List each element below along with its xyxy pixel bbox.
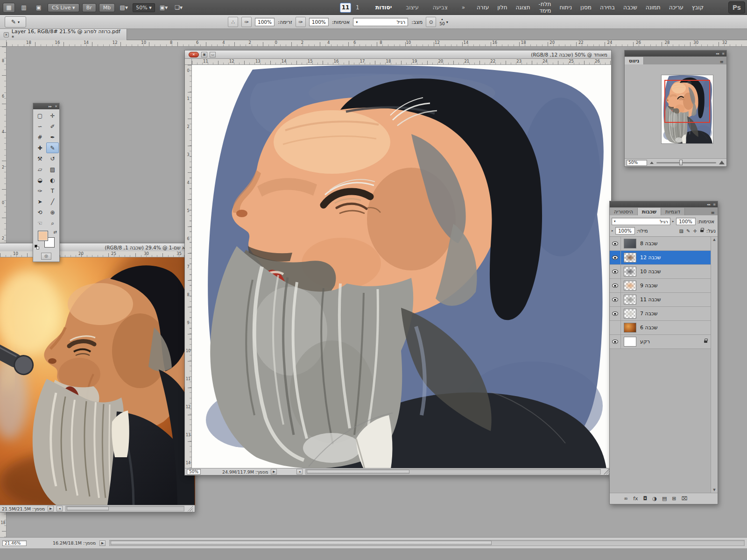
lock-option-icon[interactable]: ✛ — [692, 228, 697, 234]
reference-document-window[interactable]: ללא שם-1 @ 29.4% (שכבה 1, RGB/8) 1015202… — [0, 243, 195, 512]
layer-visibility-toggle[interactable] — [610, 251, 621, 265]
brush-picker[interactable]: • 50 ▾ — [439, 16, 457, 28]
scroll-left-icon[interactable]: ◂ — [56, 506, 63, 511]
new-layer-icon[interactable]: ⊞ — [672, 496, 676, 502]
collapse-panel-icon[interactable]: ◂◂ — [707, 203, 710, 206]
panel-tab[interactable]: שכבות — [638, 208, 661, 215]
panel-tab[interactable]: דוגמיות — [661, 208, 685, 215]
fill-spinner-icon[interactable]: ▸ — [612, 229, 613, 233]
arrange-windows-icon[interactable]: ▣ — [33, 3, 45, 13]
toolbar-badge-11[interactable]: 11 — [340, 3, 351, 13]
menu-item[interactable]: שכבה — [619, 0, 641, 15]
eraser-tool[interactable]: ▱ — [34, 164, 46, 175]
reference-photo[interactable] — [0, 257, 195, 505]
layer-thumbnail[interactable] — [624, 323, 636, 333]
tools-palette-header[interactable]: ▸▸ ✕ — [33, 103, 59, 109]
layer-visibility-toggle[interactable] — [610, 335, 621, 349]
delete-layer-icon[interactable]: ⌧ — [682, 496, 688, 502]
layers-scrollbar[interactable]: ▲ ▼ — [711, 237, 718, 493]
panel-menu-icon[interactable]: ≡ — [717, 59, 726, 64]
layer-visibility-toggle[interactable] — [610, 293, 621, 307]
close-tab-icon[interactable]: ✕ — [4, 32, 9, 37]
history-brush-tool[interactable]: ↺ — [46, 153, 59, 164]
menu-item[interactable]: תמונה — [641, 0, 665, 15]
airbrush-toggle-icon[interactable]: ∴ — [228, 17, 238, 27]
workspace-button[interactable]: צביעה — [431, 4, 450, 11]
menu-item[interactable]: עריכה — [665, 0, 688, 15]
path-selection-tool[interactable]: ➤ — [34, 196, 46, 207]
menu-item[interactable]: ניתוח — [555, 0, 576, 15]
canvas-hscrollbar[interactable] — [305, 469, 601, 475]
panel-menu-icon[interactable]: ≡ — [722, 52, 725, 56]
panel-menu-icon[interactable]: ≡ — [708, 210, 718, 215]
app-grid-icon[interactable]: ▦ — [3, 3, 15, 13]
flow-input[interactable]: 100% — [255, 18, 275, 26]
rotate-view-tool[interactable]: ⟲ — [34, 207, 46, 218]
navigator-zoom-input[interactable]: 50% — [627, 160, 647, 166]
rectangular-marquee-tool[interactable]: ▢ — [34, 110, 46, 121]
canvas-window-titlebar[interactable]: ✕ ▣ ▭ מאוחד @ 50% (שכבה 12, RGB/8) — [185, 50, 611, 59]
healing-brush-tool[interactable]: ✚ — [34, 142, 46, 153]
layer-opacity-input[interactable]: 100% — [676, 218, 696, 225]
layer-visibility-toggle[interactable] — [610, 307, 621, 321]
lock-all-icon[interactable] — [700, 230, 704, 232]
layer-row[interactable]: שכבה 11 — [610, 293, 712, 307]
opacity-spinner-icon[interactable]: ▸ — [672, 220, 674, 223]
flow-pressure-icon[interactable]: ✑ — [241, 17, 252, 27]
layers-panel-header[interactable]: ◂◂ ≡ — [610, 201, 718, 207]
crop-tool[interactable]: # — [34, 132, 46, 142]
menu-item[interactable]: קובץ — [688, 0, 708, 15]
tools-palette[interactable]: ▸▸ ✕ ▢ ✛ ∽ ✐ # ✒ ✚ ✎ — [33, 103, 60, 262]
move-tool[interactable]: ✛ — [46, 110, 59, 121]
status-play-icon[interactable]: ▶ — [48, 506, 54, 511]
foreground-color-swatch[interactable] — [38, 231, 48, 241]
status-play-icon[interactable]: ▶ — [271, 469, 277, 475]
resize-grip[interactable] — [187, 506, 193, 511]
navigator-thumbnail[interactable] — [661, 75, 713, 144]
menu-item[interactable]: בחירה — [596, 0, 619, 15]
lock-option-icon[interactable]: ▨ — [678, 228, 684, 234]
layer-row[interactable]: שכבה 9 — [610, 279, 712, 293]
eyedropper-tool[interactable]: ✒ — [46, 132, 59, 142]
type-tool[interactable]: T — [46, 185, 59, 196]
maximize-window-button[interactable]: ▣ — [201, 52, 207, 57]
layer-thumbnail[interactable] — [624, 267, 636, 276]
scroll-left-icon[interactable]: ◂ — [296, 469, 303, 475]
screen-mode-icon[interactable]: ❏▾ — [173, 3, 185, 13]
workspace-button[interactable]: עיצוב — [404, 4, 421, 11]
close-window-button[interactable]: ✕ — [189, 52, 199, 57]
layer-thumbnail[interactable] — [624, 253, 636, 262]
navigator-panel[interactable]: ◂◂ ≡ ניווט ≡ 50% — [624, 50, 727, 167]
scroll-down-icon[interactable]: ▼ — [713, 488, 715, 492]
zoom-out-icon[interactable] — [650, 162, 654, 164]
brush-tool[interactable]: ✎ — [46, 142, 59, 153]
cs-live-button[interactable]: CS Live ▾ — [48, 3, 79, 12]
line-tool[interactable]: ╱ — [46, 196, 59, 207]
workspace-button[interactable]: יסודות — [374, 4, 394, 11]
clone-stamp-tool[interactable]: ⚒ — [34, 153, 46, 164]
layer-visibility-toggle[interactable] — [610, 237, 621, 251]
view-extras-icon[interactable]: ▤▾ — [118, 3, 130, 13]
layers-panel[interactable]: ◂◂ ≡ היסטוריהשכבותדוגמיות ≡ רגיל ▾ ▸ 100… — [609, 201, 718, 504]
panel-tab[interactable]: היסטוריה — [610, 208, 638, 215]
reference-window-titlebar[interactable]: ללא שם-1 @ 29.4% (שכבה 1, RGB/8) — [0, 243, 195, 252]
lasso-tool[interactable]: ∽ — [34, 121, 46, 132]
layer-thumbnail[interactable] — [624, 337, 636, 347]
canvas-zoom-input[interactable]: 50% — [187, 469, 201, 475]
opacity-input[interactable]: 100% — [309, 18, 329, 26]
painting-document-window[interactable]: ✕ ▣ ▭ מאוחד @ 50% (שכבה 12, RGB/8) 11121… — [184, 50, 612, 475]
minimize-window-button[interactable]: ▭ — [210, 52, 216, 57]
layer-effects-icon[interactable]: fx — [633, 496, 638, 502]
slider-knob[interactable] — [679, 160, 683, 165]
layer-visibility-toggle[interactable] — [610, 265, 621, 279]
scroll-up-icon[interactable]: ▲ — [713, 238, 715, 241]
hand-tool[interactable]: ☜ — [34, 218, 46, 228]
quick-mask-button[interactable]: ◎ — [41, 253, 51, 260]
layer-group-icon[interactable]: ▤ — [662, 496, 667, 502]
navigator-zoom-slider[interactable] — [656, 162, 716, 163]
arrange-documents-icon[interactable]: ▣▾ — [158, 3, 170, 13]
blur-tool[interactable]: ◒ — [34, 175, 46, 185]
workspace-overflow-icon[interactable]: » — [460, 4, 467, 11]
workspace-hscrollbar[interactable] — [109, 540, 745, 546]
link-layers-icon[interactable]: ∞ — [624, 496, 628, 502]
